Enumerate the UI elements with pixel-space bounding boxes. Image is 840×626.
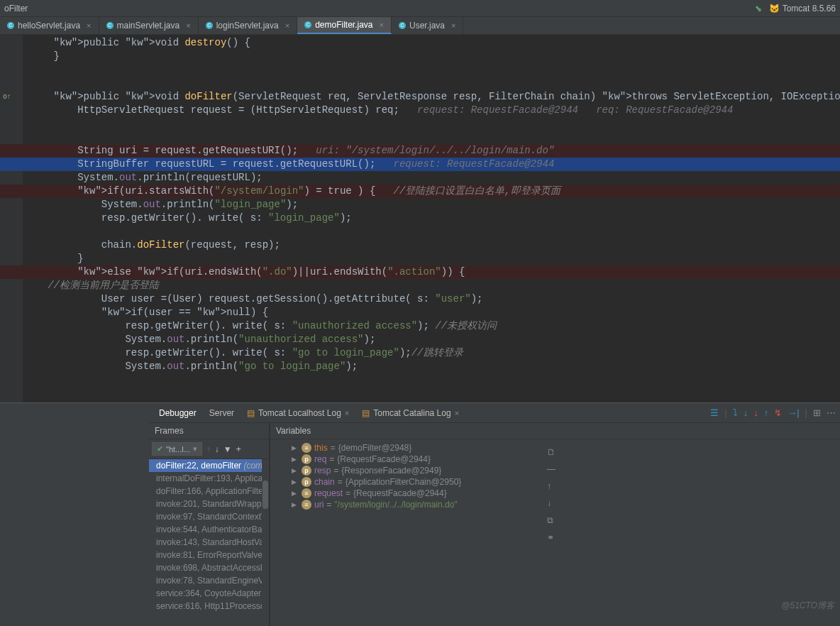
close-icon[interactable]: ×	[451, 21, 455, 30]
run-to-cursor-icon[interactable]: →|	[788, 407, 799, 418]
remove-icon[interactable]: —	[547, 464, 556, 474]
stack-frame[interactable]: invoke:544, AuthenticatorBas	[149, 523, 269, 536]
var-name: request	[314, 488, 343, 498]
variables-list[interactable]: ▶≡ this = {demoFilter@2948}▶p req = {Req…	[286, 439, 840, 513]
copy-icon[interactable]: ⧉	[547, 515, 556, 525]
file-tab[interactable]: ChelloServlet.java×	[0, 17, 99, 34]
code-line[interactable]: System.out.println("unauthorized access"…	[30, 333, 840, 346]
file-tab[interactable]: CUser.java×	[392, 17, 463, 34]
expand-icon[interactable]: ▶	[292, 456, 299, 463]
next-frame-icon[interactable]: ↓	[215, 444, 219, 454]
run-config-dropdown[interactable]: 🐱 Tomcat 8.5.66	[769, 4, 836, 13]
stack-frame[interactable]: invoke:143, StandardHostVal	[149, 536, 269, 549]
stack-frame[interactable]: invoke:81, ErrorReportValve	[149, 549, 269, 561]
stack-frame[interactable]: doFilter:22, demoFilter (com.	[149, 459, 269, 472]
down-icon[interactable]: ↓	[547, 498, 556, 508]
close-icon[interactable]: ×	[455, 409, 459, 417]
close-icon[interactable]: ×	[186, 21, 190, 30]
code-line[interactable]: "kw">public "kw">void destroy() {	[30, 36, 840, 50]
variable-row[interactable]: ▶p req = {RequestFacade@2944}	[289, 454, 837, 465]
file-tab[interactable]: CdemoFilter.java×	[297, 17, 392, 34]
link-icon[interactable]: ⚭	[547, 532, 556, 542]
more-icon[interactable]: ⋯	[827, 407, 836, 418]
code-line[interactable]: StringBuffer requestURL = request.getReq…	[0, 158, 840, 171]
build-icon[interactable]: ⬊	[755, 4, 762, 13]
code-line[interactable]	[30, 117, 840, 131]
code-line[interactable]: HttpServletRequest request = (HttpServle…	[30, 104, 840, 117]
close-icon[interactable]: ×	[87, 21, 91, 30]
code-line[interactable]: "kw">if(uri.startsWith("/system/login") …	[0, 185, 840, 198]
code-line[interactable]: System.out.println("login_page");	[30, 198, 840, 212]
code-line[interactable]: "kw">public "kw">void doFilter(ServletRe…	[30, 90, 840, 104]
step-out-icon[interactable]: ↑	[764, 407, 769, 418]
stack-frame[interactable]: invoke:97, StandardContextV	[149, 510, 269, 523]
stack-frame[interactable]: invoke:78, StandardEngineVa	[149, 574, 269, 587]
variable-row[interactable]: ▶≡ request = {RequestFacade@2944}	[289, 488, 837, 499]
override-icon[interactable]: o↑	[3, 90, 11, 104]
step-over-icon[interactable]: ⤵	[733, 407, 738, 418]
code-line[interactable]: //检测当前用户是否登陆	[30, 279, 840, 292]
debug-tab[interactable]: Server	[204, 405, 240, 421]
new-watch-icon[interactable]: 🗋	[547, 447, 556, 457]
code-line[interactable]: resp.getWriter(). write( s: "login_page"…	[30, 212, 840, 225]
frames-scrollbar[interactable]	[262, 459, 269, 613]
code-line[interactable]	[30, 63, 840, 77]
code-line[interactable]: chain.doFilter(request, resp);	[30, 238, 840, 252]
variable-row[interactable]: ▶≡ uri = "/system/login/../../login/main…	[289, 499, 837, 510]
code-line[interactable]: "kw">if(user == "kw">null) {	[30, 306, 840, 319]
stack-frame[interactable]: service:364, CoyoteAdapter (	[149, 587, 269, 600]
frame-list[interactable]: doFilter:22, demoFilter (com.internalDoF…	[149, 459, 269, 613]
file-tab[interactable]: CloginServlet.java×	[199, 17, 298, 34]
up-icon[interactable]: ↑	[547, 481, 556, 491]
var-value: "/system/login/../../login/main.do"	[334, 500, 457, 510]
force-step-icon[interactable]: ↓	[753, 407, 758, 418]
code-area[interactable]: "kw">public "kw">void destroy() { } "kw"…	[30, 35, 840, 373]
debug-tab[interactable]: ▤ Tomcat Localhost Log ×	[241, 405, 355, 421]
file-tab[interactable]: CmainServlet.java×	[99, 17, 199, 34]
code-line[interactable]	[30, 131, 840, 144]
expand-icon[interactable]: ▶	[292, 478, 299, 485]
code-line[interactable]: }	[30, 50, 840, 63]
prev-frame-icon[interactable]: ↑	[206, 444, 211, 454]
evaluate-icon[interactable]: ⊞	[813, 407, 821, 418]
debug-tab[interactable]: ▤ Tomcat Catalina Log ×	[356, 405, 465, 421]
stack-frame[interactable]: internalDoFilter:193, Applicat	[149, 472, 269, 485]
code-line[interactable]: "kw">else "kw">if(uri.endsWith(".do")||u…	[0, 265, 840, 279]
add-icon[interactable]: +	[236, 444, 241, 454]
filter-icon[interactable]: ▼	[223, 444, 232, 454]
debug-tab[interactable]: Debugger	[153, 405, 202, 421]
expand-icon[interactable]: ▶	[292, 501, 299, 508]
close-icon[interactable]: ×	[345, 409, 349, 417]
code-line[interactable]: System.out.println(requestURL);	[30, 171, 840, 185]
stack-frame[interactable]: invoke:201, StandardWrappe	[149, 498, 269, 510]
stack-frame[interactable]: service:616, Http11Processor	[149, 600, 269, 613]
var-name: uri	[314, 500, 324, 510]
gutter[interactable]: o↑	[0, 35, 23, 404]
var-value: {ResponseFacade@2949}	[341, 466, 441, 476]
code-line[interactable]: System.out.println("go to login_page");	[30, 360, 840, 373]
thread-dropdown[interactable]: ✔ "ht...l... ▾	[152, 442, 202, 456]
expand-icon[interactable]: ▶	[292, 467, 299, 474]
code-line[interactable]: resp.getWriter(). write( s: "go to login…	[30, 346, 840, 360]
variable-row[interactable]: ▶≡ this = {demoFilter@2948}	[289, 442, 837, 454]
close-icon[interactable]: ×	[285, 21, 289, 30]
layout-icon[interactable]: ☰	[710, 407, 719, 418]
expand-icon[interactable]: ▶	[292, 444, 299, 451]
variable-row[interactable]: ▶p resp = {ResponseFacade@2949}	[289, 465, 837, 476]
code-line[interactable]: User user =(User) request.getSession().g…	[30, 292, 840, 306]
expand-icon[interactable]: ▶	[292, 490, 299, 497]
code-line[interactable]	[30, 77, 840, 90]
tab-label: User.java	[409, 21, 445, 31]
step-into-icon[interactable]: ↓	[744, 407, 748, 418]
code-line[interactable]: String uri = request.getRequestURI(); ur…	[0, 144, 840, 158]
debug-toolbar-icons: ☰ | ⤵ ↓ ↓ ↑ ↯ →| | ⊞ ⋯	[710, 407, 836, 418]
drop-frame-icon[interactable]: ↯	[774, 407, 782, 418]
stack-frame[interactable]: invoke:698, AbstractAccessLo	[149, 561, 269, 574]
code-line[interactable]: resp.getWriter(). write( s: "unauthorize…	[30, 319, 840, 333]
close-icon[interactable]: ×	[380, 21, 384, 29]
variable-row[interactable]: ▶p chain = {ApplicationFilterChain@2950}	[289, 476, 837, 488]
code-editor[interactable]: o↑ "kw">public "kw">void destroy() { } "…	[0, 35, 840, 404]
code-line[interactable]: }	[30, 252, 840, 265]
code-line[interactable]	[30, 225, 840, 238]
stack-frame[interactable]: doFilter:166, ApplicationFilte	[149, 485, 269, 498]
